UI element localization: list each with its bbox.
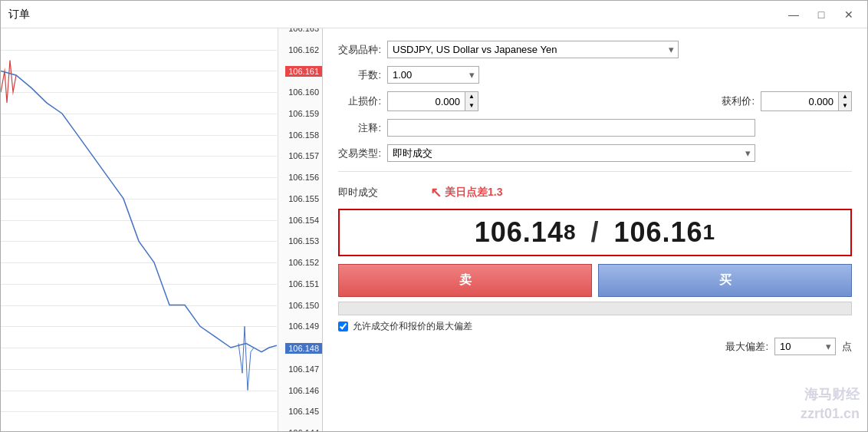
- chart-panel: USDJPY 106.163106.162106.161106.160106.1…: [1, 28, 323, 431]
- main-window: 订单 — □ ✕ USDJPY 106.163106.162106.161106…: [0, 0, 868, 432]
- form-panel: 交易品种: USDJPY, US Dollar vs Japanese Yen …: [323, 28, 867, 431]
- max-deviation-label: 最大偏差:: [725, 340, 768, 354]
- spread-text: 美日点差1.3: [445, 186, 502, 200]
- minimize-button[interactable]: —: [783, 7, 804, 22]
- sl-tp-row: 止损价: ▲ ▼ 获利价: ▲ ▼: [338, 91, 852, 111]
- comment-input[interactable]: [387, 119, 755, 137]
- max-deviation-select[interactable]: 10: [774, 338, 836, 355]
- spread-annotation: ↖ 美日点差1.3: [430, 184, 502, 201]
- symbol-label: 交易品种:: [338, 43, 381, 57]
- main-content: USDJPY 106.163106.162106.161106.160106.1…: [1, 28, 867, 431]
- takeprofit-spinner: ▲ ▼: [761, 91, 852, 111]
- checkbox-row: 允许成交价和报价的最大偏差: [338, 320, 852, 333]
- price-display: 106.148 / 106.161: [338, 209, 852, 256]
- takeprofit-up-btn[interactable]: ▲: [839, 92, 851, 101]
- comment-label: 注释:: [338, 121, 381, 135]
- stoploss-input[interactable]: [388, 94, 465, 110]
- bid-big: 106.14: [475, 216, 564, 249]
- symbol-select[interactable]: USDJPY, US Dollar vs Japanese Yen: [387, 41, 679, 58]
- ask-small: 1: [703, 220, 716, 245]
- max-deviation-select-wrapper: 10: [774, 338, 836, 355]
- lots-select[interactable]: 1.00: [387, 66, 479, 84]
- tradetype-select-wrapper: 即时成交: [387, 144, 755, 162]
- tradetype-select[interactable]: 即时成交: [387, 144, 755, 162]
- window-title: 订单: [8, 8, 30, 21]
- symbol-row: 交易品种: USDJPY, US Dollar vs Japanese Yen: [338, 41, 852, 58]
- takeprofit-spin-buttons: ▲ ▼: [838, 92, 851, 110]
- lots-label: 手数:: [338, 68, 381, 82]
- stoploss-up-btn[interactable]: ▲: [465, 92, 478, 101]
- instant-trade-section: 即时成交 ↖ 美日点差1.3 106.148 / 106.161 卖 买: [338, 184, 852, 355]
- checkbox-label: 允许成交价和报价的最大偏差: [353, 320, 472, 333]
- window-controls: — □ ✕: [783, 7, 860, 22]
- trade-buttons: 卖 买: [338, 264, 852, 297]
- lots-row: 手数: 1.00: [338, 66, 852, 84]
- deviation-unit: 点: [842, 340, 852, 354]
- watermark-line2: zzrt01.cn: [801, 404, 860, 424]
- max-deviation-row: 最大偏差: 10 点: [338, 338, 852, 355]
- separator: [338, 171, 852, 172]
- stoploss-spinner: ▲ ▼: [387, 91, 478, 111]
- title-bar: 订单 — □ ✕: [1, 1, 867, 28]
- tradetype-row: 交易类型: 即时成交: [338, 144, 852, 162]
- watermark: 海马财经 zzrt01.cn: [801, 385, 860, 424]
- sell-button[interactable]: 卖: [338, 264, 592, 297]
- instant-trade-label: 即时成交: [338, 186, 399, 200]
- arrow-icon: ↖: [430, 184, 442, 201]
- stoploss-spin-buttons: ▲ ▼: [465, 92, 478, 110]
- max-deviation-checkbox[interactable]: [338, 322, 348, 331]
- stoploss-down-btn[interactable]: ▼: [465, 101, 478, 110]
- close-button[interactable]: ✕: [838, 7, 860, 22]
- tradetype-label: 交易类型:: [338, 147, 381, 160]
- price-axis: 106.163106.162106.161106.160106.159106.1…: [278, 28, 322, 431]
- symbol-select-wrapper: USDJPY, US Dollar vs Japanese Yen: [387, 41, 679, 58]
- takeprofit-down-btn[interactable]: ▼: [839, 101, 851, 110]
- stoploss-label: 止损价:: [338, 94, 381, 108]
- ask-big: 106.16: [614, 216, 703, 249]
- takeprofit-label: 获利价:: [712, 94, 755, 108]
- takeprofit-input[interactable]: [761, 94, 838, 110]
- chart-area: USDJPY: [1, 28, 278, 431]
- price-slash: /: [582, 216, 607, 249]
- comment-row: 注释:: [338, 119, 852, 137]
- lots-select-wrapper: 1.00: [387, 66, 479, 84]
- watermark-line1: 海马财经: [801, 385, 860, 404]
- instant-label-row: 即时成交 ↖ 美日点差1.3: [338, 184, 852, 201]
- bid-small: 8: [564, 220, 577, 245]
- buy-button[interactable]: 买: [598, 264, 852, 297]
- progress-bar: [338, 302, 852, 315]
- maximize-button[interactable]: □: [810, 7, 832, 22]
